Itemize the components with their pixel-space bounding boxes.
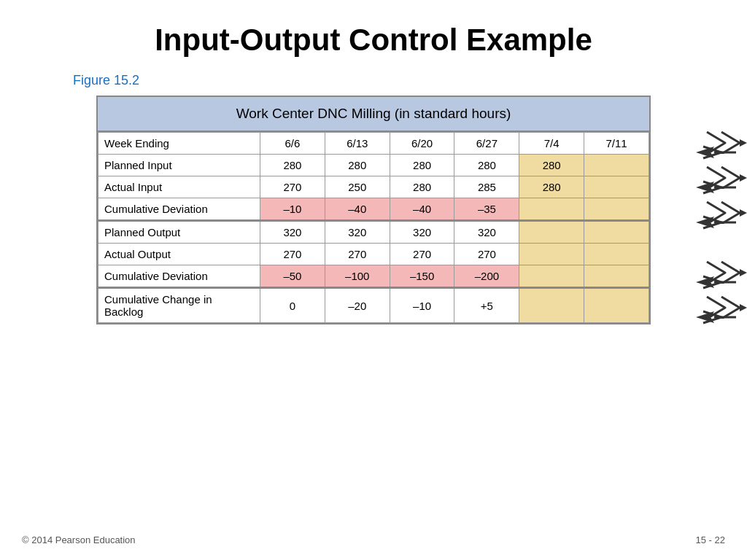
cum-dev-input-1: –10 [260, 198, 325, 221]
week-ending-label: Week Ending [98, 133, 260, 155]
cum-dev-input-2: –40 [325, 198, 390, 221]
week-6-20: 6/20 [390, 133, 454, 155]
cum-dev-input-3: –40 [390, 198, 454, 221]
week-7-4: 7/4 [519, 133, 584, 155]
cum-dev-output-2: –100 [325, 265, 390, 288]
planned-input-6 [584, 155, 649, 176]
week-7-11: 7/11 [584, 133, 649, 155]
cum-dev-input-5 [519, 198, 584, 221]
planned-output-3: 320 [390, 221, 454, 244]
cum-dev-output-3: –150 [390, 265, 454, 288]
footer: © 2014 Pearson Education 15 - 22 [0, 534, 747, 545]
planned-output-4: 320 [454, 221, 519, 244]
cum-dev-input-6 [584, 198, 649, 221]
table-row: Planned Output 320 320 320 320 [98, 221, 649, 244]
actual-input-6 [584, 176, 649, 198]
planned-output-5 [519, 221, 584, 244]
actual-input-3: 280 [390, 176, 454, 198]
planned-output-6 [584, 221, 649, 244]
backlog-6 [584, 288, 649, 323]
cum-dev-output-label: Cumulative Deviation [98, 265, 260, 288]
backlog-4: +5 [454, 288, 519, 323]
table-row: Planned Input 280 280 280 280 280 [98, 155, 649, 176]
svg-marker-8 [740, 269, 747, 276]
svg-marker-7 [740, 209, 747, 217]
cum-dev-input-label: Cumulative Deviation [98, 198, 260, 221]
week-6-6: 6/6 [260, 133, 325, 155]
table-row: Week Ending 6/6 6/13 6/20 6/27 7/4 7/11 [98, 133, 649, 155]
table-row: Cumulative Change in Backlog 0 –20 –10 +… [98, 288, 649, 323]
backlog-2: –20 [325, 288, 390, 323]
table-row: Actual Output 270 270 270 270 [98, 244, 649, 265]
cum-dev-output-1: –50 [260, 265, 325, 288]
copyright: © 2014 Pearson Education [22, 534, 136, 545]
week-6-13: 6/13 [325, 133, 390, 155]
table-row: Cumulative Deviation –10 –40 –40 –35 [98, 198, 649, 221]
zigzag-arrows [703, 128, 747, 319]
backlog-3: –10 [390, 288, 454, 323]
planned-input-5: 280 [519, 155, 584, 176]
main-table: Work Center DNC Milling (in standard hou… [96, 96, 651, 324]
actual-input-5: 280 [519, 176, 584, 198]
table-row: Cumulative Deviation –50 –100 –150 –200 [98, 265, 649, 288]
actual-output-3: 270 [390, 244, 454, 265]
cum-dev-output-5 [519, 265, 584, 288]
actual-input-label: Actual Input [98, 176, 260, 198]
actual-output-2: 270 [325, 244, 390, 265]
table-row: Actual Input 270 250 280 285 280 [98, 176, 649, 198]
page-number: 15 - 22 [696, 534, 725, 545]
backlog-label: Cumulative Change in Backlog [98, 288, 260, 323]
planned-input-4: 280 [454, 155, 519, 176]
svg-marker-5 [740, 139, 747, 147]
svg-marker-9 [740, 304, 747, 311]
cum-dev-input-4: –35 [454, 198, 519, 221]
planned-input-label: Planned Input [98, 155, 260, 176]
planned-output-label: Planned Output [98, 221, 260, 244]
actual-input-2: 250 [325, 176, 390, 198]
backlog-5 [519, 288, 584, 323]
actual-input-4: 285 [454, 176, 519, 198]
planned-input-1: 280 [260, 155, 325, 176]
cum-dev-output-6 [584, 265, 649, 288]
week-6-27: 6/27 [454, 133, 519, 155]
actual-output-4: 270 [454, 244, 519, 265]
actual-output-1: 270 [260, 244, 325, 265]
backlog-1: 0 [260, 288, 325, 323]
actual-output-6 [584, 244, 649, 265]
cum-dev-output-4: –200 [454, 265, 519, 288]
planned-input-3: 280 [390, 155, 454, 176]
planned-input-2: 280 [325, 155, 390, 176]
planned-output-2: 320 [325, 221, 390, 244]
svg-marker-6 [740, 174, 747, 182]
actual-output-5 [519, 244, 584, 265]
planned-output-1: 320 [260, 221, 325, 244]
page-title: Input-Output Control Example [0, 0, 747, 66]
figure-label: Figure 15.2 [73, 73, 747, 88]
table-header: Work Center DNC Milling (in standard hou… [98, 97, 649, 132]
actual-output-label: Actual Output [98, 244, 260, 265]
actual-input-1: 270 [260, 176, 325, 198]
